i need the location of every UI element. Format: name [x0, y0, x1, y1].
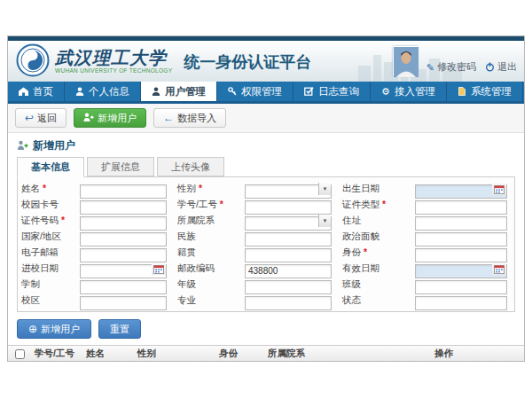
- section-header: 新增用户: [8, 133, 524, 157]
- platform-title: 统一身份认证平台: [184, 51, 311, 73]
- schooling-length-input[interactable]: [80, 280, 167, 294]
- nav-tab-permission-management[interactable]: 权限管理: [217, 82, 293, 101]
- calendar-icon[interactable]: [492, 183, 506, 195]
- header: 武汉理工大学 WUHAN UNIVERSITY OF TECHNOLOGY 统一…: [8, 41, 524, 82]
- tab-extended-info[interactable]: 扩展信息: [87, 157, 154, 176]
- status-input[interactable]: [415, 296, 507, 310]
- add-user-section-icon: [17, 140, 28, 153]
- field-label-id-type: 证件类型: [342, 199, 404, 211]
- field-label-status: 状态: [342, 294, 404, 307]
- calendar-icon[interactable]: [152, 262, 166, 275]
- toolbar: ↩ 返回 新增用户 ← 数据导入: [8, 104, 524, 133]
- logout-label: 退出: [497, 60, 517, 74]
- app-window: 武汉理工大学 WUHAN UNIVERSITY OF TECHNOLOGY 统一…: [7, 35, 525, 362]
- university-logo: [16, 43, 50, 77]
- section-title: 新增用户: [33, 138, 75, 153]
- major-input[interactable]: [245, 296, 332, 310]
- add-user-submit-button[interactable]: ⊕ 新增用户: [17, 319, 91, 339]
- checkbox-icon: [304, 87, 314, 96]
- id-number-input[interactable]: [80, 216, 167, 231]
- field-label-id-number: 证件号码: [21, 215, 69, 227]
- field-label-class: 班级: [342, 278, 404, 291]
- column-student-id: 学号/工号: [31, 348, 82, 360]
- field-label-grade: 年级: [177, 278, 234, 291]
- campus-card-input[interactable]: [80, 200, 167, 215]
- field-label-postal-code: 邮政编码: [177, 262, 234, 275]
- calendar-icon[interactable]: [492, 262, 506, 275]
- nav-tab-personal-info[interactable]: 个人信息: [65, 82, 141, 101]
- change-password-link[interactable]: ✎ 修改密码: [426, 60, 476, 76]
- nav-tab-home[interactable]: 首页: [8, 82, 65, 101]
- nav-tab-user-management[interactable]: 用户管理: [141, 82, 217, 101]
- add-user-icon: [83, 113, 94, 123]
- field-label-student-id: 学号/工号: [177, 199, 234, 211]
- chevron-down-icon[interactable]: ▼: [318, 183, 331, 195]
- field-label-native-place: 籍贯: [177, 246, 234, 259]
- field-label-ethnicity: 民族: [177, 231, 234, 243]
- field-label-identity: 身份: [342, 246, 404, 259]
- column-gender: 性别: [134, 348, 215, 360]
- country-input[interactable]: [80, 232, 167, 246]
- main-nav: 首页 个人信息 用户管理 权限管理 日志查询 ⚙ 接入管理 系统管理 订阅管理: [8, 82, 524, 104]
- grade-input[interactable]: [245, 280, 332, 294]
- field-label-name: 姓名: [21, 183, 69, 195]
- field-label-department: 所属院系: [177, 215, 234, 227]
- field-label-political-status: 政治面貌: [342, 231, 404, 243]
- field-label-campus-card: 校园卡号: [21, 199, 69, 211]
- user-avatar[interactable]: [393, 46, 418, 76]
- nav-tab-log-query[interactable]: 日志查询: [293, 82, 371, 101]
- pencil-icon: ✎: [426, 63, 434, 72]
- select-all-checkbox[interactable]: [15, 349, 25, 359]
- logout-link[interactable]: 退出: [485, 60, 517, 76]
- nav-tab-system-management[interactable]: 系统管理: [447, 82, 523, 101]
- nav-tab-subscription-management[interactable]: 订阅管理: [523, 82, 525, 101]
- native-place-input[interactable]: [245, 248, 332, 262]
- university-name-en: WUHAN UNIVERSITY OF TECHNOLOGY: [55, 67, 172, 74]
- user-management-icon: [152, 87, 160, 96]
- plus-circle-icon: ⊕: [28, 325, 37, 334]
- reset-button[interactable]: 重置: [98, 319, 141, 339]
- tab-upload-avatar[interactable]: 上传头像: [157, 157, 224, 176]
- id-type-input[interactable]: [415, 200, 507, 215]
- gear-icon: ⚙: [381, 87, 390, 96]
- key-icon: [228, 87, 237, 96]
- field-label-major: 专业: [177, 294, 234, 307]
- university-name-cn: 武汉理工大学: [55, 48, 172, 67]
- home-icon: [19, 87, 28, 96]
- chevron-down-icon[interactable]: ▼: [318, 215, 331, 227]
- postal-code-input[interactable]: [245, 264, 332, 278]
- import-arrow-icon: ←: [163, 113, 174, 123]
- field-label-email: 电子邮箱: [21, 246, 69, 259]
- address-input[interactable]: [415, 216, 507, 231]
- field-label-campus: 校区: [21, 294, 69, 307]
- field-label-birth-date: 出生日期: [342, 183, 404, 195]
- change-password-label: 修改密码: [437, 60, 476, 74]
- identity-input[interactable]: [415, 248, 507, 262]
- field-label-valid-date: 有效日期: [342, 262, 404, 275]
- campus-input[interactable]: [80, 296, 167, 310]
- ethnicity-input[interactable]: [245, 232, 332, 246]
- form-tabs: 基本信息 扩展信息 上传头像: [17, 157, 515, 176]
- field-label-country: 国家/地区: [21, 231, 69, 243]
- tab-basic-info[interactable]: 基本信息: [17, 157, 84, 177]
- field-label-entry-date: 进校日期: [21, 262, 69, 275]
- field-label-address: 住址: [342, 215, 404, 227]
- data-import-button[interactable]: ← 数据导入: [153, 108, 226, 128]
- nav-tab-access-management[interactable]: ⚙ 接入管理: [371, 82, 447, 101]
- student-id-input[interactable]: [245, 200, 332, 215]
- column-department: 所属院系: [264, 348, 431, 360]
- email-input[interactable]: [80, 248, 167, 262]
- back-button[interactable]: ↩ 返回: [15, 108, 66, 128]
- field-label-schooling-length: 学制: [21, 278, 69, 291]
- name-input[interactable]: [80, 184, 167, 199]
- add-user-toolbar-button[interactable]: 新增用户: [74, 108, 146, 128]
- column-identity: 身份: [215, 348, 264, 360]
- document-icon: [458, 87, 466, 96]
- political-status-input[interactable]: [415, 232, 507, 246]
- basic-info-panel: 姓名 性别 ▼ 出生日期 校园卡号 学号/工号 证件类型 证件号码 所属院系 ▼…: [17, 176, 515, 312]
- form-actions: ⊕ 新增用户 重置: [8, 312, 524, 345]
- field-label-gender: 性别: [177, 183, 234, 195]
- back-arrow-icon: ↩: [25, 113, 34, 123]
- results-table-header: 学号/工号 姓名 性别 身份 所属院系 操作: [8, 345, 524, 362]
- class-input[interactable]: [415, 280, 507, 294]
